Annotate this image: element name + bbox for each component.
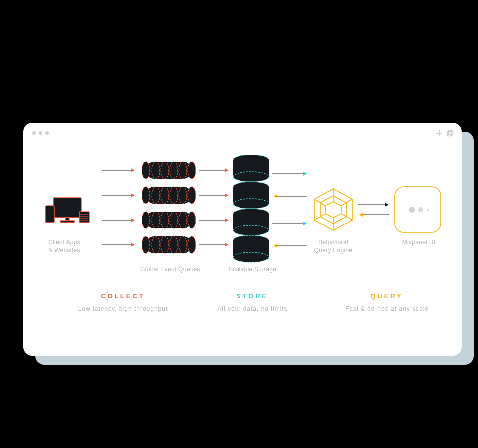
svg-rect-0 [449, 130, 453, 135]
client-label: Client Apps & Websites [34, 238, 94, 254]
storage-label: Scalable Storage [220, 265, 285, 273]
collect-sub: Low latency, high throughput [58, 305, 188, 312]
arrows-engine-ui [358, 201, 393, 221]
svg-rect-6 [79, 212, 89, 223]
svg-marker-39 [385, 203, 389, 207]
ui-label: Mixpanel UI [389, 238, 449, 246]
engine-label-line2: Query Engine [303, 246, 363, 254]
diagram-card: Client Apps & Websites Globa [23, 123, 462, 356]
svg-rect-5 [45, 206, 54, 223]
engine-label-line1: Behavioral [303, 238, 363, 246]
queue-cylinder-2 [142, 185, 196, 206]
arrows-client-to-queues [102, 158, 138, 257]
query-sub: Fast & ad-hoc at any scale [322, 305, 452, 312]
store-title: STORE [203, 292, 302, 300]
svg-rect-3 [65, 218, 69, 221]
queue-cylinder-4 [142, 234, 196, 255]
svg-point-25 [409, 207, 415, 213]
query-title: QUERY [332, 292, 442, 300]
svg-rect-4 [60, 221, 74, 223]
svg-rect-1 [447, 132, 452, 136]
window-dots-icon [32, 131, 49, 135]
queue-cylinder-3 [142, 210, 196, 230]
queues-label: Global Event Queues [128, 265, 213, 273]
arrows-queues-to-storage [199, 158, 229, 257]
copy-icon [447, 130, 454, 137]
store-sub: All your data, no limits [198, 305, 307, 312]
titlebar-icons [436, 130, 454, 137]
svg-point-27 [427, 209, 429, 211]
svg-marker-31 [303, 172, 307, 176]
engine-label: Behavioral Query Engine [303, 238, 363, 254]
svg-rect-24 [395, 187, 441, 232]
svg-marker-23 [325, 202, 341, 218]
svg-marker-33 [303, 222, 307, 225]
arrows-storage-engine [272, 169, 312, 253]
svg-point-26 [418, 207, 423, 212]
queue-cylinder-1 [142, 160, 196, 181]
mixpanel-ui-icon [394, 186, 442, 233]
collect-title: COLLECT [63, 292, 183, 300]
storage-stack-icon [231, 155, 271, 264]
plus-icon [436, 130, 443, 137]
client-label-line1: Client Apps [34, 238, 94, 246]
client-label-line2: & Websites [34, 246, 94, 254]
svg-rect-2 [53, 198, 81, 218]
svg-marker-37 [273, 244, 277, 248]
client-devices-icon [38, 197, 90, 228]
svg-marker-41 [359, 213, 363, 217]
query-engine-icon [310, 187, 356, 232]
svg-marker-35 [273, 194, 277, 198]
